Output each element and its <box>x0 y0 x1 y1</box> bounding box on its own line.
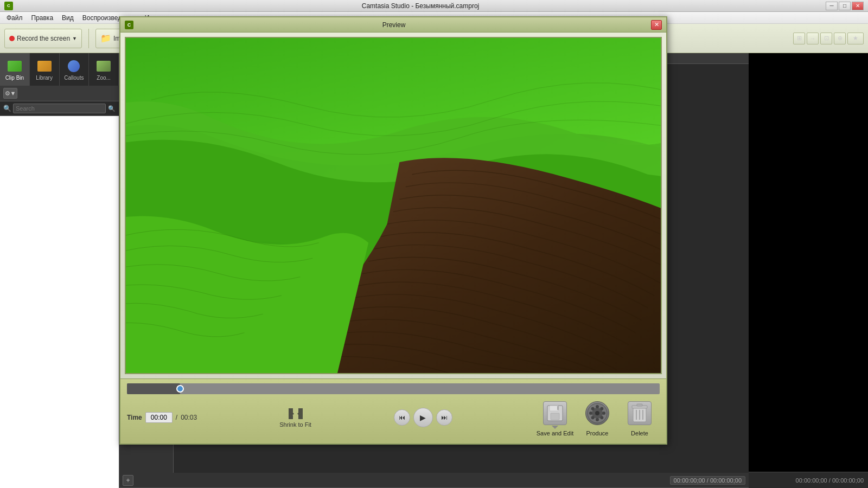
svg-rect-6 <box>557 406 559 410</box>
play-icon: ▶ <box>420 413 426 422</box>
time-total: 00:03 <box>181 414 197 421</box>
view-icon-5[interactable]: ★ <box>847 33 864 44</box>
close-button[interactable]: ✕ <box>852 2 864 10</box>
delete-icon <box>625 399 654 428</box>
svg-point-14 <box>591 407 595 410</box>
dialog-close-button[interactable]: ✕ <box>651 20 662 30</box>
produce-icon <box>583 399 612 428</box>
record-dropdown-icon[interactable]: ▼ <box>72 36 77 41</box>
play-button[interactable]: ▶ <box>413 408 433 427</box>
tab-zoom-label: Zoo... <box>97 75 111 81</box>
svg-marker-1 <box>289 408 294 419</box>
minimize-button[interactable]: ─ <box>826 2 838 10</box>
svg-point-13 <box>602 412 605 415</box>
forward-button[interactable]: ⏭ <box>436 409 452 426</box>
dialog-title-text: Preview <box>137 21 651 29</box>
search-icon: 🔍 <box>3 105 11 112</box>
time-display: Time / 00:03 <box>127 412 197 423</box>
toolbar-separator <box>88 29 89 48</box>
svg-point-15 <box>600 416 603 419</box>
time-separator: / <box>176 414 177 421</box>
menu-view[interactable]: Вид <box>58 13 78 23</box>
playback-buttons: ⏮ ▶ ⏭ <box>394 408 452 427</box>
controls-row: Time / 00:03 Shrink to Fit <box>127 399 660 436</box>
record-dot-icon <box>9 36 15 41</box>
seek-bar-fill <box>127 383 180 394</box>
svg-rect-20 <box>637 404 642 406</box>
svg-point-12 <box>589 412 592 415</box>
menu-edit[interactable]: Правка <box>27 13 58 23</box>
tab-clip-bin[interactable]: Clip Bin <box>0 53 30 86</box>
shrink-icon <box>288 407 304 420</box>
save-edit-button[interactable]: Save and Edit <box>535 399 575 436</box>
left-panel: Clip Bin Library Callouts <box>0 53 119 488</box>
right-panel: 00:00:00;00 / 00:00:00;00 <box>749 53 868 488</box>
dialog-app-icon: C <box>125 21 133 29</box>
tab-zoom[interactable]: Zoo... <box>89 53 119 86</box>
time-current-input[interactable] <box>145 412 173 423</box>
tab-callouts[interactable]: Callouts <box>60 53 90 86</box>
record-screen-button[interactable]: Record the screen ▼ <box>4 29 82 48</box>
tab-library-label: Library <box>36 75 53 81</box>
left-search: 🔍 🔍 <box>0 101 119 116</box>
view-icon-1[interactable]: ⊞ <box>793 33 805 44</box>
left-content <box>0 116 119 488</box>
search-input[interactable] <box>13 104 106 113</box>
dialog-title-bar: C Preview ✕ <box>120 17 666 33</box>
shrink-to-fit-button[interactable]: Shrink to Fit <box>279 407 311 428</box>
search-submit-icon[interactable]: 🔍 <box>108 105 116 112</box>
window-title: Camtasia Studio - Безымянный.camproj <box>15 2 826 10</box>
right-preview <box>749 53 868 472</box>
seek-bar[interactable] <box>127 383 660 394</box>
save-edit-icon <box>540 399 570 428</box>
left-tabs: Clip Bin Library Callouts <box>0 53 119 86</box>
controls-area: Time / 00:03 Shrink to Fit <box>120 378 666 444</box>
svg-point-9 <box>595 411 599 415</box>
svg-point-11 <box>596 418 599 421</box>
timeline-controls: + 00:00:00;00 / 00:00:00;00 <box>119 473 749 488</box>
view-icon-2[interactable]: → <box>807 33 819 44</box>
right-time-text: 00:00:00;00 / 00:00:00;00 <box>796 477 864 484</box>
app-icon: C <box>4 2 13 10</box>
tab-callouts-label: Callouts <box>64 75 84 81</box>
video-canvas <box>126 38 661 373</box>
delete-button[interactable]: Delete <box>620 399 660 436</box>
delete-icon-shape <box>628 401 652 425</box>
settings-gear-button[interactable]: ⚙▼ <box>3 88 17 99</box>
library-icon <box>37 59 52 74</box>
video-area <box>125 37 662 374</box>
action-buttons: Save and Edit <box>535 399 660 436</box>
produce-label: Produce <box>586 430 609 436</box>
shrink-to-fit-label: Shrink to Fit <box>279 421 311 428</box>
callouts-icon <box>66 59 81 74</box>
zoom-icon <box>96 59 111 74</box>
right-time-display: 00:00:00;00 / 00:00:00;00 <box>749 472 868 488</box>
rewind-icon: ⏮ <box>399 414 405 421</box>
svg-rect-4 <box>550 406 558 411</box>
left-settings: ⚙▼ <box>0 86 119 101</box>
seek-handle[interactable] <box>176 385 184 393</box>
delete-label: Delete <box>631 430 648 436</box>
preview-dialog: C Preview ✕ <box>119 16 667 445</box>
title-bar: C Camtasia Studio - Безымянный.camproj ─… <box>0 0 868 12</box>
save-edit-icon-shape <box>543 401 567 425</box>
maximize-button[interactable]: □ <box>839 2 851 10</box>
view-icon-4[interactable]: ⊕ <box>834 33 846 44</box>
time-label: Time <box>127 414 142 421</box>
produce-icon-shape <box>585 401 609 425</box>
view-icon-3[interactable]: ⊡ <box>820 33 832 44</box>
svg-point-17 <box>591 416 595 419</box>
tab-library[interactable]: Library <box>30 53 60 86</box>
produce-button[interactable]: Produce <box>577 399 617 436</box>
tab-clip-bin-label: Clip Bin <box>5 75 24 81</box>
svg-marker-2 <box>297 408 303 419</box>
clip-bin-icon <box>7 59 22 74</box>
svg-point-10 <box>596 405 599 408</box>
timeline-add-track[interactable]: + <box>123 475 133 486</box>
time-counter: 00:00:00;00 / 00:00:00;00 <box>670 476 745 485</box>
rewind-button[interactable]: ⏮ <box>394 409 410 426</box>
save-edit-label: Save and Edit <box>537 430 574 436</box>
menu-file[interactable]: Файл <box>2 13 27 23</box>
record-screen-label: Record the screen <box>17 35 70 42</box>
svg-point-16 <box>600 407 603 410</box>
